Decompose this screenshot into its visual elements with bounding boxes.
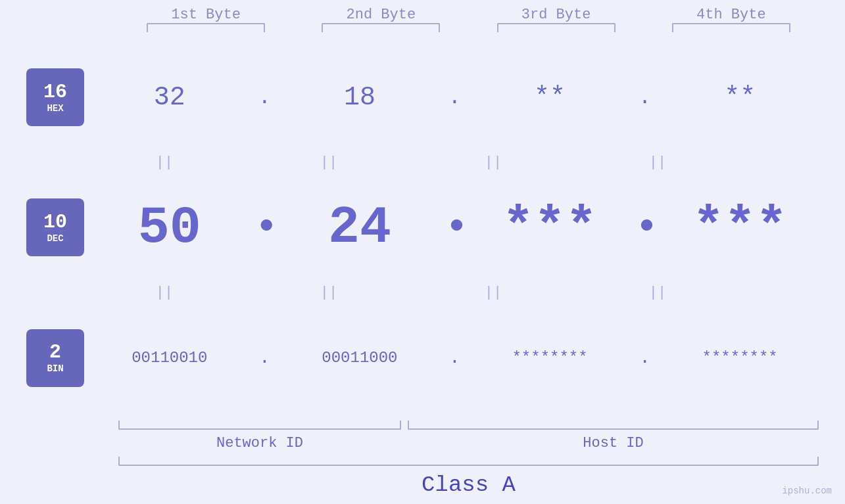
bin-b2: 00011000 [287,349,432,367]
byte-headers: 1st Byte 2nd Byte 3rd Byte 4th Byte [26,7,819,23]
hex-dot1: . [254,85,274,110]
sep2: || [256,154,401,171]
hex-badge-number: 16 [43,81,67,103]
dec-values: 50 • 24 • *** • *** [91,198,819,258]
byte3-header: 3rd Byte [484,7,629,23]
top-brackets [26,23,819,32]
sep4: || [585,154,730,171]
bin-dot2: . [445,348,464,368]
network-bracket [118,421,401,430]
bracket-cell-2 [308,23,453,32]
hex-values: 32 . 18 . ** . ** [91,83,819,112]
bin-row: 2 BIN 00110010 . 00011000 . ******** . *… [26,300,819,417]
watermark: ipshu.com [782,486,832,496]
hex-b2: 18 [287,83,432,112]
hex-dot2: . [445,85,464,110]
dec-row: 10 DEC 50 • 24 • *** • *** [26,169,819,286]
dec-b2: 24 [287,198,432,258]
dec-values-row: 50 • 24 • *** • *** [91,198,819,258]
bin-b1: 00110010 [97,349,242,367]
bracket-top-4 [672,23,790,32]
bottom-section: Network ID Host ID [26,419,819,451]
hex-b4: ** [667,83,812,112]
sep6: || [256,285,401,301]
bin-dot1: . [254,348,274,368]
class-section: Class A [26,457,819,497]
hex-badge: 16 HEX [26,68,84,126]
bottom-brackets [118,419,819,430]
dec-badge: 10 DEC [26,198,84,256]
bin-values: 00110010 . 00011000 . ******** . *******… [91,348,819,368]
class-bracket [118,457,819,466]
main-container: 1st Byte 2nd Byte 3rd Byte 4th Byte 16 H… [0,0,845,504]
dec-b4: *** [667,198,812,258]
bracket-cell-1 [133,23,278,32]
dec-dot1: • [254,205,274,250]
dec-dot2: • [445,205,464,250]
dec-badge-label: DEC [47,233,63,244]
byte1-header: 1st Byte [133,7,278,23]
dec-badge-number: 10 [43,212,67,233]
bracket-cell-4 [659,23,804,32]
sep8: || [585,285,730,301]
sep7: || [421,285,566,301]
bracket-cell-3 [484,23,629,32]
bin-dot3: . [635,348,655,368]
bin-badge: 2 BIN [26,329,84,387]
bin-badge-number: 2 [49,342,61,363]
id-labels-row: Network ID Host ID [118,435,819,451]
hex-row: 16 HEX 32 . 18 . ** . ** [26,39,819,156]
byte2-header: 2nd Byte [308,7,453,23]
dec-b3: *** [477,198,622,258]
sep1: || [92,154,237,171]
network-id-label: Network ID [118,435,401,451]
sep-dec-bin: || || || || [26,286,819,300]
hex-dot3: . [635,85,655,110]
bin-b4: ******** [667,349,812,367]
host-bracket [408,421,819,430]
bracket-top-1 [147,23,265,32]
bracket-top-3 [497,23,616,32]
bin-values-row: 00110010 . 00011000 . ******** . *******… [91,348,819,368]
host-id-label: Host ID [408,435,819,451]
bin-b3: ******** [477,349,622,367]
sep5: || [92,285,237,301]
bin-badge-label: BIN [47,363,63,374]
dec-b1: 50 [97,198,242,258]
hex-values-row: 32 . 18 . ** . ** [91,83,819,112]
dec-dot3: • [635,205,655,250]
byte4-header: 4th Byte [659,7,804,23]
hex-badge-label: HEX [47,103,63,114]
hex-b1: 32 [97,83,242,112]
sep-hex-dec: || || || || [26,156,819,169]
sep3: || [421,154,566,171]
class-label: Class A [422,472,516,497]
bracket-top-2 [322,23,440,32]
hex-b3: ** [477,83,622,112]
